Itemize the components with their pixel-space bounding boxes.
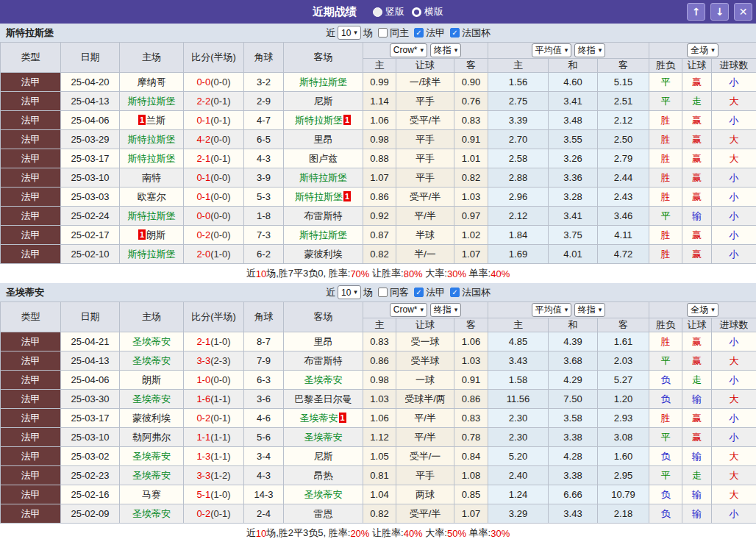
away-team-name: 斯特拉斯堡: [295, 191, 343, 202]
match-count-value: 10: [341, 28, 351, 38]
average-select[interactable]: 平均值▾: [532, 303, 572, 317]
avg-away-cell: 2.51: [598, 92, 649, 111]
away-odds-cell: 0.86: [454, 390, 488, 409]
col-header-score: 比分(半场): [184, 302, 244, 332]
full-time-score: 2-1: [196, 153, 210, 164]
close-button[interactable]: ✕: [734, 3, 752, 21]
away-odds-cell: 1.07: [454, 504, 488, 524]
company-select[interactable]: Crow*▾: [390, 303, 427, 317]
average-select[interactable]: 平均值▾: [532, 43, 572, 57]
red-card-badge: 1: [343, 191, 351, 201]
avg-draw-cell: 3.28: [549, 188, 598, 207]
home-odds-cell: 0.86: [363, 351, 396, 371]
home-odds-cell: 0.98: [363, 371, 396, 390]
home-odds-cell: 1.05: [363, 447, 396, 466]
home-team-name: 兰斯: [146, 115, 165, 126]
home-team-name: 朗斯: [146, 229, 165, 240]
score-cell: 2-1(0-1): [184, 149, 244, 168]
same-venue-checkbox[interactable]: [378, 28, 388, 38]
cup-checkbox[interactable]: ✓: [450, 288, 460, 297]
avg-stage-select[interactable]: 终指▾: [574, 43, 606, 57]
window-controls: ↑ ↓ ✕: [687, 3, 752, 21]
red-card-badge: 1: [339, 413, 346, 423]
goals-result-cell: 大: [712, 485, 756, 504]
league-checkbox[interactable]: ✓: [414, 28, 424, 38]
away-team-name: 图卢兹: [309, 153, 338, 164]
score-cell: 0-0(0-0): [184, 73, 244, 92]
half-time-score: (1-0): [210, 249, 230, 260]
col-header-type: 类型: [1, 302, 61, 332]
avg-draw-cell: 3.26: [549, 149, 598, 168]
sub-header-goals: 进球数: [712, 59, 756, 73]
radio-unselected-icon: [412, 7, 421, 17]
score-cell: 4-2(0-0): [184, 130, 244, 149]
league-cell: 法甲: [1, 111, 61, 130]
col-header-date: 日期: [61, 43, 120, 73]
league-cell: 法甲: [1, 504, 61, 524]
result-cell: 负: [649, 447, 682, 466]
scope-select[interactable]: 全场▾: [687, 43, 718, 57]
avg-stage-select[interactable]: 终指▾: [574, 303, 606, 317]
odds-stage-select[interactable]: 终指▾: [430, 43, 462, 57]
summary-text: 让胜率:: [369, 267, 403, 280]
odds-stage-select[interactable]: 终指▾: [430, 303, 462, 317]
move-up-button[interactable]: ↑: [687, 3, 705, 21]
avg-home-cell: 11.56: [488, 390, 549, 409]
result-cell: 胜: [649, 245, 682, 264]
match-count-select[interactable]: 10 ▾: [338, 26, 361, 40]
avg-draw-cell: 7.50: [549, 390, 598, 409]
half-time-score: (1-1): [210, 451, 230, 462]
corner-cell: 7-3: [244, 226, 284, 245]
league-checkbox[interactable]: ✓: [414, 288, 424, 297]
sub-header-avg-away: 客: [598, 318, 649, 332]
summary-text: 40%: [491, 268, 510, 279]
home-team-name: 欧塞尔: [138, 191, 166, 202]
match-row: 法甲25-02-23圣埃蒂安3-3(1-2)4-3昂热0.81平手1.082.4…: [1, 466, 756, 485]
red-card-badge: 1: [138, 229, 146, 240]
avg-draw-cell: 3.58: [549, 409, 598, 428]
layout-radio-horizontal[interactable]: 横版: [412, 5, 443, 18]
date-cell: 25-03-30: [61, 390, 120, 409]
goals-result-cell: 大: [712, 351, 756, 371]
date-cell: 25-03-02: [61, 447, 120, 466]
sub-header-away-odds: 客: [454, 59, 488, 73]
company-select[interactable]: Crow*▾: [390, 43, 427, 57]
odds-selects-header: Crow*▾ 终指▾: [363, 43, 488, 59]
layout-radio-vertical[interactable]: 竖版: [373, 5, 404, 18]
match-count-select[interactable]: 10 ▾: [338, 285, 361, 299]
home-team-name: 圣埃蒂安: [132, 451, 171, 462]
move-down-button[interactable]: ↓: [710, 3, 729, 21]
avg-away-cell: 1.20: [598, 390, 649, 409]
chevron-down-icon: ▾: [565, 47, 568, 54]
home-team-name: 斯特拉斯堡: [128, 210, 176, 221]
summary-text: 单率:: [466, 526, 491, 539]
scope-select[interactable]: 全场▾: [687, 303, 718, 317]
full-time-score: 5-1: [196, 489, 210, 500]
chevron-down-icon: ▾: [354, 289, 357, 296]
sub-header-result: 胜负: [649, 59, 682, 73]
home-odds-cell: 0.86: [363, 188, 396, 207]
league-cell: 法甲: [1, 447, 61, 466]
avg-away-cell: 4.11: [598, 226, 649, 245]
home-team-cell: 朗斯: [120, 371, 184, 390]
avg-away-cell: 2.12: [598, 111, 649, 130]
home-team-name: 圣埃蒂安: [132, 508, 171, 519]
match-row: 法甲25-03-30圣埃蒂安1-6(1-1)3-6巴黎圣日尔曼1.03受球半/两…: [1, 390, 756, 409]
score-cell: 0-2(0-0): [184, 226, 244, 245]
match-row: 法甲25-03-10南特0-1(0-0)3-9斯特拉斯堡1.07平手0.822.…: [1, 168, 756, 188]
away-team-name: 布雷斯特: [304, 210, 343, 221]
handicap-result-cell: 赢: [682, 409, 712, 428]
match-row: 法甲25-03-17斯特拉斯堡2-1(0-1)4-3图卢兹0.88平手1.012…: [1, 149, 756, 168]
cup-checkbox[interactable]: ✓: [450, 28, 460, 38]
avg-home-cell: 2.88: [488, 168, 549, 188]
match-count-value: 10: [341, 288, 351, 298]
home-team-name: 斯特拉斯堡: [128, 96, 176, 107]
away-team-cell: 尼斯: [284, 92, 363, 111]
match-row: 法甲25-03-17蒙彼利埃0-2(0-1)4-6圣埃蒂安11.06平/半0.8…: [1, 409, 756, 428]
same-venue-checkbox[interactable]: [378, 288, 388, 297]
summary-text: 大率:: [423, 526, 447, 539]
away-odds-cell: 1.02: [454, 226, 488, 245]
home-odds-cell: 1.04: [363, 485, 396, 504]
avg-away-cell: 5.27: [598, 371, 649, 390]
full-time-score: 0-2: [196, 508, 210, 519]
